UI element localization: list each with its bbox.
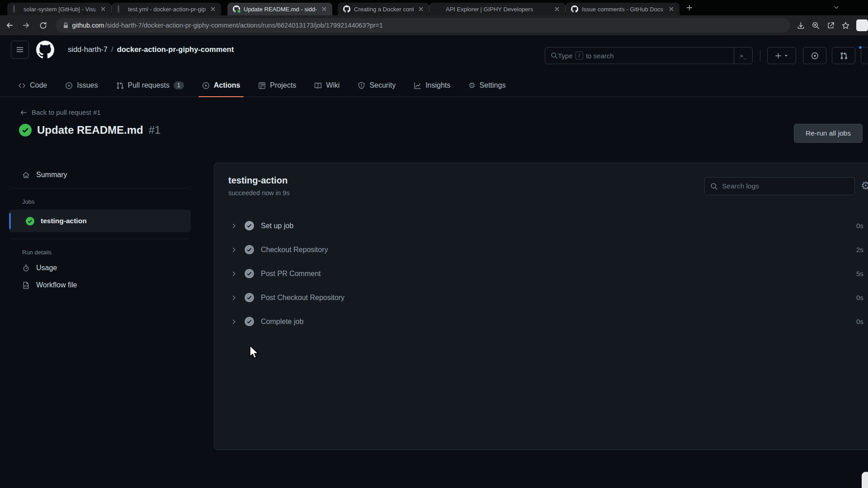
pull-request-icon xyxy=(116,82,124,89)
browser-tab-docker-docs[interactable]: Creating a Docker container acti xyxy=(338,3,429,15)
breadcrumb-repo[interactable]: docker-action-pr-giphy-comment xyxy=(117,45,234,54)
url-bar[interactable]: github.com/sidd-harth-7/docker-action-pr… xyxy=(56,18,790,33)
step-row-post-pr-comment[interactable]: Post PR Comment 5s xyxy=(214,262,868,286)
run-title: Update README.md xyxy=(37,124,143,136)
sidebar-job-testing-action[interactable]: testing-action xyxy=(9,210,191,232)
unread-notification-dot xyxy=(858,45,863,50)
new-tab-button[interactable] xyxy=(683,1,696,14)
sidebar-divider xyxy=(11,188,189,188)
sidebar-item-summary[interactable]: Summary xyxy=(9,166,191,183)
tab-title: API Explorer | GIPHY Developers xyxy=(446,6,550,13)
github-favicon-icon xyxy=(233,5,240,13)
zoom-in-icon[interactable] xyxy=(811,21,820,30)
close-tab-icon[interactable] xyxy=(321,5,328,13)
breadcrumb-owner[interactable]: sidd-harth-7 xyxy=(68,45,108,54)
step-check-icon xyxy=(245,317,254,326)
scrollbar-thumb[interactable] xyxy=(862,472,868,488)
close-tab-icon[interactable] xyxy=(668,5,675,13)
close-tab-icon[interactable] xyxy=(99,5,107,13)
tab-projects[interactable]: Projects xyxy=(251,74,303,97)
tab-security[interactable]: Security xyxy=(350,74,403,97)
selected-accent-bar xyxy=(9,213,11,229)
chevron-right-icon[interactable] xyxy=(231,319,237,325)
step-row-set-up-job[interactable]: Set up job 0s xyxy=(214,214,868,238)
search-logs-box xyxy=(704,177,855,195)
tab-insights[interactable]: Insights xyxy=(406,74,458,97)
tab-title: Creating a Docker container acti xyxy=(354,6,414,13)
url-path: /sidd-harth-7/docker-action-pr-giphy-com… xyxy=(105,22,383,29)
back-icon[interactable] xyxy=(2,18,17,33)
sidebar-divider xyxy=(11,239,189,239)
step-row-complete-job[interactable]: Complete job 0s xyxy=(214,310,868,333)
browser-tab-github-docs[interactable]: Issue comments - GitHub Docs xyxy=(566,3,679,15)
lock-icon xyxy=(63,22,69,29)
profile-avatar[interactable] xyxy=(856,19,868,31)
close-tab-icon[interactable] xyxy=(553,5,561,13)
hamburger-menu-button[interactable] xyxy=(11,41,29,59)
reload-icon[interactable] xyxy=(36,18,51,33)
forward-icon[interactable] xyxy=(19,18,34,33)
browser-tab-strip: solar-system [GitHub] - Visual St test.y… xyxy=(0,0,868,15)
bookmark-star-icon[interactable] xyxy=(841,21,850,30)
tab-issues[interactable]: Issues xyxy=(58,74,105,97)
browser-tab-vscode[interactable]: solar-system [GitHub] - Visual St xyxy=(7,3,111,15)
step-row-post-checkout-repository[interactable]: Post Checkout Repository 0s xyxy=(214,286,868,310)
chevron-right-icon[interactable] xyxy=(231,295,237,301)
slash-keycap: / xyxy=(576,52,583,60)
run-sidebar: Summary Jobs testing-action Run details … xyxy=(9,166,191,294)
browser-tab-giphy[interactable]: API Explorer | GIPHY Developers xyxy=(429,3,565,15)
status-green-dot xyxy=(237,9,241,13)
tab-code[interactable]: Code xyxy=(11,74,54,97)
close-tab-icon[interactable] xyxy=(209,5,217,13)
github-header: sidd-harth-7 / docker-action-pr-giphy-co… xyxy=(0,35,868,74)
close-tab-icon[interactable] xyxy=(417,5,425,13)
tab-title: Issue comments - GitHub Docs xyxy=(582,6,664,13)
chevron-right-icon[interactable] xyxy=(231,271,237,277)
back-to-pull-request-link[interactable]: Back to pull request #1 xyxy=(20,108,101,116)
browser-tab-active-actions-run[interactable]: Update README.md - sidd-harth xyxy=(227,3,332,15)
stopwatch-icon xyxy=(22,264,30,272)
global-search-input[interactable]: Type / to search >_ xyxy=(545,47,753,64)
pull-requests-dashboard-button[interactable] xyxy=(832,47,855,64)
issues-dashboard-button[interactable] xyxy=(803,47,826,64)
notifications-inbox-button[interactable] xyxy=(861,47,868,64)
tab-settings[interactable]: ⚙ Settings xyxy=(461,74,513,97)
projects-table-icon xyxy=(258,82,266,89)
actions-play-icon xyxy=(202,82,210,89)
repo-nav: Code Issues Pull requests 1 Actions Proj… xyxy=(0,74,868,97)
step-check-icon xyxy=(245,245,254,254)
browser-tab-testyml[interactable]: test.yml - docker-action-pr-giph xyxy=(112,3,221,15)
chevron-right-icon[interactable] xyxy=(231,247,237,253)
tab-actions[interactable]: Actions xyxy=(195,74,248,97)
tab-wiki[interactable]: Wiki xyxy=(307,74,347,97)
wiki-book-icon xyxy=(314,82,322,89)
arrow-left-icon xyxy=(20,109,27,116)
security-shield-icon xyxy=(358,82,365,89)
vscode-favicon-icon xyxy=(13,5,20,13)
create-new-button[interactable] xyxy=(767,47,796,64)
run-number[interactable]: #1 xyxy=(149,124,161,136)
pull-requests-count-badge: 1 xyxy=(174,81,184,89)
command-palette-icon[interactable]: >_ xyxy=(734,47,752,64)
header-divider xyxy=(760,50,760,61)
share-icon[interactable] xyxy=(826,21,835,30)
chevron-down-icon[interactable] xyxy=(833,4,840,11)
chevron-right-icon[interactable] xyxy=(231,223,237,229)
job-status-text: succeeded now in 9s xyxy=(228,189,289,197)
job-log-card: testing-action succeeded now in 9s ⚙ Set… xyxy=(214,163,868,450)
rerun-all-jobs-button[interactable]: Re-run all jobs xyxy=(794,124,863,143)
sidebar-item-usage[interactable]: Usage xyxy=(9,259,191,277)
home-icon xyxy=(22,171,30,179)
download-icon[interactable] xyxy=(797,21,805,30)
github-logo-icon[interactable] xyxy=(36,41,54,59)
tab-title: Update README.md - sidd-harth xyxy=(244,6,317,13)
step-row-checkout-repository[interactable]: Checkout Repository 2s xyxy=(214,238,868,262)
step-duration: 5s xyxy=(856,270,863,277)
tab-title: test.yml - docker-action-pr-giph xyxy=(128,6,206,13)
sidebar-item-workflow-file[interactable]: Workflow file xyxy=(9,277,191,294)
search-logs-input[interactable] xyxy=(722,182,849,190)
tab-pull-requests[interactable]: Pull requests 1 xyxy=(109,74,191,97)
file-code-icon xyxy=(22,282,30,289)
log-settings-gear-icon[interactable]: ⚙ xyxy=(861,179,868,192)
step-duration: 2s xyxy=(856,246,863,253)
